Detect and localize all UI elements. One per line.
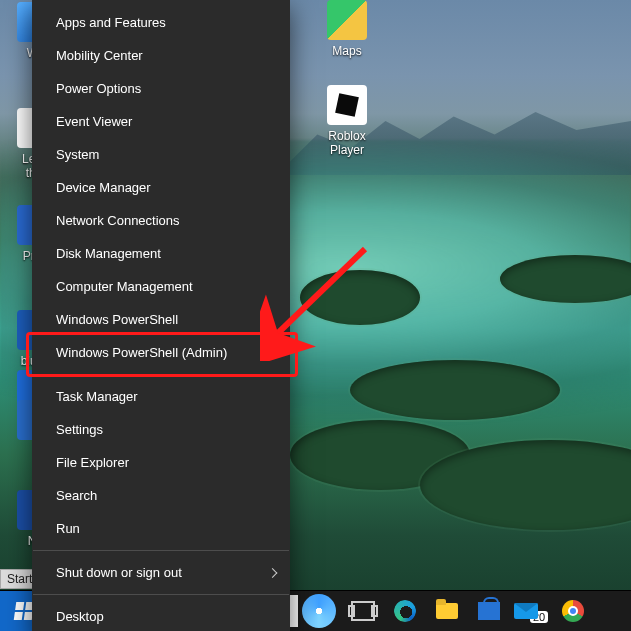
menu-computer-management[interactable]: Computer Management — [32, 270, 290, 303]
mail-icon — [514, 603, 538, 619]
maps-icon — [327, 0, 367, 40]
menu-item-label: Search — [56, 488, 97, 503]
tooltip-text: Start — [7, 572, 32, 586]
menu-item-label: Network Connections — [56, 213, 180, 228]
menu-item-label: Computer Management — [56, 279, 193, 294]
menu-item-label: Task Manager — [56, 389, 138, 404]
menu-event-viewer[interactable]: Event Viewer — [32, 105, 290, 138]
menu-windows-powershell[interactable]: Windows PowerShell — [32, 303, 290, 336]
menu-device-manager[interactable]: Device Manager — [32, 171, 290, 204]
menu-item-label: Mobility Center — [56, 48, 143, 63]
edge-icon — [394, 600, 416, 622]
menu-run[interactable]: Run — [32, 512, 290, 545]
roblox-icon — [327, 85, 367, 125]
menu-disk-management[interactable]: Disk Management — [32, 237, 290, 270]
menu-item-label: Power Options — [56, 81, 141, 96]
menu-separator — [33, 374, 289, 375]
task-view-icon — [351, 601, 375, 621]
task-view-button[interactable] — [342, 591, 384, 631]
chrome-icon — [562, 600, 584, 622]
taskbar-app-chrome[interactable] — [552, 591, 594, 631]
menu-separator — [33, 594, 289, 595]
menu-desktop[interactable]: Desktop — [32, 600, 290, 631]
winx-menu: Apps and Features Mobility Center Power … — [32, 0, 290, 631]
menu-item-label: Windows PowerShell (Admin) — [56, 345, 227, 360]
menu-task-manager[interactable]: Task Manager — [32, 380, 290, 413]
taskbar-app-store[interactable] — [468, 591, 510, 631]
menu-power-options[interactable]: Power Options — [32, 72, 290, 105]
taskbar-app-file-explorer[interactable] — [426, 591, 468, 631]
menu-item-label: Event Viewer — [56, 114, 132, 129]
menu-item-label: Shut down or sign out — [56, 565, 182, 580]
cortana-icon — [302, 594, 336, 628]
menu-item-label: Device Manager — [56, 180, 151, 195]
cortana-button[interactable] — [300, 591, 342, 631]
desktop-icon-roblox-player[interactable]: Roblox Player — [310, 85, 384, 157]
menu-settings[interactable]: Settings — [32, 413, 290, 446]
menu-system[interactable]: System — [32, 138, 290, 171]
menu-network-connections[interactable]: Network Connections — [32, 204, 290, 237]
wallpaper-island — [350, 360, 560, 420]
desktop-icon-label: Maps — [310, 44, 384, 58]
menu-item-label: Disk Management — [56, 246, 161, 261]
taskbar-app-mail[interactable]: 20 — [510, 591, 552, 631]
folder-icon — [436, 603, 458, 619]
menu-item-label: Windows PowerShell — [56, 312, 178, 327]
menu-item-label: Settings — [56, 422, 103, 437]
menu-windows-powershell-admin[interactable]: Windows PowerShell (Admin) — [32, 336, 290, 369]
menu-search[interactable]: Search — [32, 479, 290, 512]
menu-apps-and-features[interactable]: Apps and Features — [32, 6, 290, 39]
menu-mobility-center[interactable]: Mobility Center — [32, 39, 290, 72]
menu-item-label: Desktop — [56, 609, 104, 624]
chevron-right-icon — [268, 568, 278, 578]
menu-item-label: Apps and Features — [56, 15, 166, 30]
menu-separator — [33, 550, 289, 551]
taskbar-app-edge[interactable] — [384, 591, 426, 631]
desktop-icon-label: Roblox Player — [310, 129, 384, 157]
menu-item-label: Run — [56, 521, 80, 536]
menu-item-label: System — [56, 147, 99, 162]
menu-item-label: File Explorer — [56, 455, 129, 470]
menu-file-explorer[interactable]: File Explorer — [32, 446, 290, 479]
wallpaper-island — [300, 270, 420, 325]
menu-shut-down-or-sign-out[interactable]: Shut down or sign out — [32, 556, 290, 589]
desktop-icon-maps[interactable]: Maps — [310, 0, 384, 58]
store-icon — [478, 602, 500, 620]
